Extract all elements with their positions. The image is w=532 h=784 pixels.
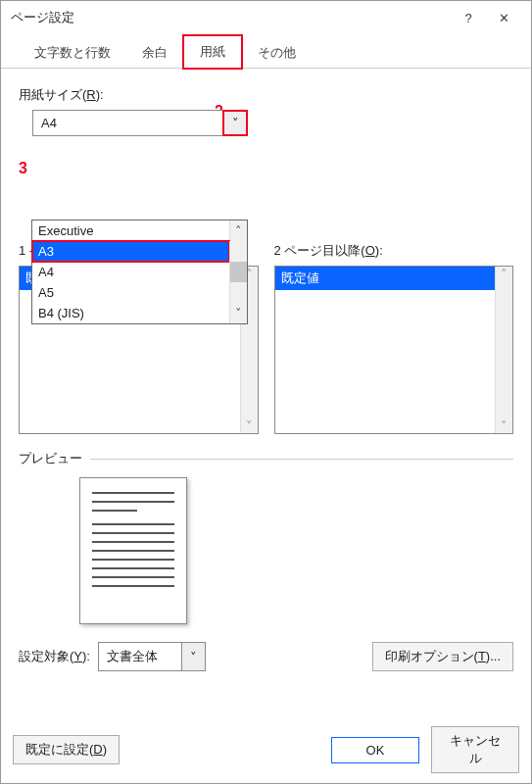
option-executive[interactable]: Executive	[32, 220, 229, 241]
other-pages-tray-item[interactable]: 既定値	[275, 267, 496, 290]
paper-size-combo[interactable]: A4 ˅	[32, 110, 248, 136]
scroll-up-icon[interactable]: ˄	[229, 220, 247, 241]
paper-size-dropdown-list: Executive˄ A3 A4 A5 B4 (JIS)˅	[31, 220, 248, 324]
tab-chars-lines[interactable]: 文字数と行数	[19, 37, 126, 69]
paper-size-value: A4	[33, 111, 223, 135]
scrollbar-thumb[interactable]	[229, 262, 247, 282]
option-a3[interactable]: A3	[32, 241, 229, 262]
tab-margins[interactable]: 余白	[126, 37, 183, 69]
set-default-button[interactable]: 既定に設定(D)	[13, 735, 120, 764]
paper-size-dropdown-button[interactable]: ˅	[223, 111, 247, 135]
scrollbar-track[interactable]	[229, 241, 247, 262]
apply-to-label: 設定対象(Y):	[19, 648, 90, 665]
other-pages-tray-listbox[interactable]: 既定値 ˄˅	[274, 266, 514, 434]
title-bar: ページ設定 ? ✕	[1, 1, 531, 34]
scroll-down-icon: ˅	[501, 418, 508, 433]
option-a4[interactable]: A4	[32, 262, 229, 282]
divider	[90, 459, 513, 460]
help-button[interactable]: ?	[451, 11, 486, 25]
preview-label: プレビュー	[19, 450, 82, 467]
tab-strip: 文字数と行数 余白 用紙 その他	[1, 34, 531, 69]
scroll-down-icon[interactable]: ˅	[229, 303, 247, 323]
dialog-title: ページ設定	[11, 9, 451, 26]
apply-to-combo[interactable]: 文書全体 ˅	[98, 642, 206, 671]
scrollbar-track[interactable]	[229, 282, 247, 303]
chevron-down-icon: ˅	[232, 116, 239, 130]
chevron-down-icon: ˅	[190, 650, 197, 664]
preview-page	[79, 477, 187, 624]
tab-other[interactable]: その他	[242, 37, 312, 69]
apply-to-value: 文書全体	[99, 643, 181, 670]
close-button[interactable]: ✕	[486, 11, 521, 25]
apply-to-dropdown-button[interactable]: ˅	[181, 643, 205, 670]
cancel-button[interactable]: キャンセル	[431, 726, 519, 773]
scroll-down-icon: ˅	[246, 418, 253, 433]
paper-size-label: 用紙サイズ(R):	[19, 86, 513, 104]
other-pages-tray-label: 2 ページ目以降(O):	[274, 242, 514, 260]
print-options-button[interactable]: 印刷オプション(T)...	[372, 642, 513, 671]
ok-button[interactable]: OK	[331, 737, 419, 763]
tab-paper[interactable]: 用紙	[183, 35, 242, 69]
option-a5[interactable]: A5	[32, 282, 229, 303]
option-b4-jis[interactable]: B4 (JIS)	[32, 303, 229, 323]
scroll-up-icon: ˄	[501, 267, 508, 281]
listbox-scrollbar[interactable]: ˄˅	[495, 267, 512, 433]
